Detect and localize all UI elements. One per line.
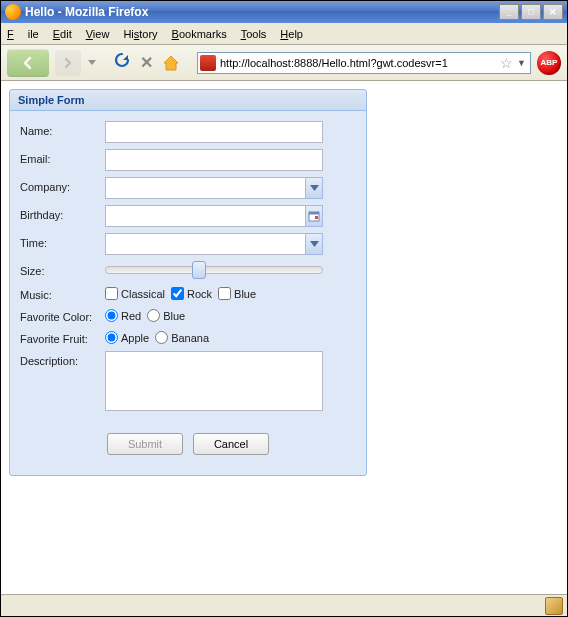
fruit-apple-option[interactable]: Apple <box>105 331 149 344</box>
menu-tools[interactable]: Tools <box>241 28 267 40</box>
svg-rect-2 <box>315 216 318 219</box>
color-blue-option[interactable]: Blue <box>147 309 185 322</box>
cancel-button[interactable]: Cancel <box>193 433 269 455</box>
description-textarea[interactable] <box>105 351 323 411</box>
email-input[interactable] <box>105 149 323 171</box>
panel-header: Simple Form <box>10 90 366 111</box>
window-title: Hello - Mozilla Firefox <box>25 5 148 19</box>
favorite-fruit-label: Favorite Fruit: <box>20 329 105 345</box>
music-rock-checkbox[interactable] <box>171 287 184 300</box>
bookmark-star-icon[interactable]: ☆ <box>500 55 513 71</box>
slider-thumb[interactable] <box>192 261 206 279</box>
url-dropdown-icon[interactable]: ▼ <box>517 58 526 68</box>
maximize-button[interactable]: □ <box>521 4 541 20</box>
menu-file[interactable]: File <box>7 28 39 40</box>
time-input[interactable] <box>105 233 305 255</box>
form-panel: Simple Form Name: Email: Company: <box>9 89 367 476</box>
navigation-toolbar: ✕ http://localhost:8888/Hello.html?gwt.c… <box>1 45 567 81</box>
status-bar <box>1 594 567 616</box>
slider-rail <box>105 266 323 274</box>
menu-history[interactable]: History <box>123 28 157 40</box>
music-classical-checkbox[interactable] <box>105 287 118 300</box>
adblock-icon[interactable]: ABP <box>537 51 561 75</box>
reload-button[interactable] <box>113 51 131 74</box>
url-bar[interactable]: http://localhost:8888/Hello.html?gwt.cod… <box>197 52 531 74</box>
time-dropdown-trigger[interactable] <box>305 233 323 255</box>
company-dropdown-trigger[interactable] <box>305 177 323 199</box>
size-slider[interactable] <box>105 261 323 279</box>
music-blue-checkbox[interactable] <box>218 287 231 300</box>
back-button[interactable] <box>7 49 49 77</box>
close-button[interactable]: ✕ <box>543 4 563 20</box>
fruit-banana-option[interactable]: Banana <box>155 331 209 344</box>
email-label: Email: <box>20 149 105 165</box>
submit-button[interactable]: Submit <box>107 433 183 455</box>
panel-body: Name: Email: Company: <box>10 111 366 475</box>
fruit-banana-radio[interactable] <box>155 331 168 344</box>
company-input[interactable] <box>105 177 305 199</box>
page-content: Simple Form Name: Email: Company: <box>1 81 567 594</box>
time-label: Time: <box>20 233 105 249</box>
music-blue-option[interactable]: Blue <box>218 287 256 300</box>
forward-button[interactable] <box>55 50 81 76</box>
minimize-button[interactable]: _ <box>499 4 519 20</box>
size-label: Size: <box>20 261 105 277</box>
music-label: Music: <box>20 285 105 301</box>
menu-edit[interactable]: Edit <box>53 28 72 40</box>
menu-view[interactable]: View <box>86 28 110 40</box>
music-classical-option[interactable]: Classical <box>105 287 165 300</box>
birthday-date-trigger[interactable] <box>305 205 323 227</box>
menu-bookmarks[interactable]: Bookmarks <box>172 28 227 40</box>
name-input[interactable] <box>105 121 323 143</box>
color-red-option[interactable]: Red <box>105 309 141 322</box>
site-favicon <box>200 55 216 71</box>
nav-history-dropdown[interactable] <box>87 60 97 65</box>
description-label: Description: <box>20 351 105 367</box>
chevron-down-icon <box>310 241 319 247</box>
birthday-label: Birthday: <box>20 205 105 221</box>
home-button[interactable] <box>161 54 181 72</box>
company-label: Company: <box>20 177 105 193</box>
stop-button[interactable]: ✕ <box>137 54 155 72</box>
color-red-radio[interactable] <box>105 309 118 322</box>
favorite-color-label: Favorite Color: <box>20 307 105 323</box>
status-tool-icon[interactable] <box>545 597 563 615</box>
menu-bar: File Edit View History Bookmarks Tools H… <box>1 23 567 45</box>
color-blue-radio[interactable] <box>147 309 160 322</box>
chevron-down-icon <box>310 185 319 191</box>
svg-rect-1 <box>309 212 319 215</box>
menu-help[interactable]: Help <box>280 28 303 40</box>
fruit-apple-radio[interactable] <box>105 331 118 344</box>
name-label: Name: <box>20 121 105 137</box>
birthday-input[interactable] <box>105 205 305 227</box>
url-text[interactable]: http://localhost:8888/Hello.html?gwt.cod… <box>220 57 498 69</box>
calendar-icon <box>308 210 320 222</box>
music-rock-option[interactable]: Rock <box>171 287 212 300</box>
window-titlebar: Hello - Mozilla Firefox _ □ ✕ <box>1 1 567 23</box>
firefox-icon <box>5 4 21 20</box>
